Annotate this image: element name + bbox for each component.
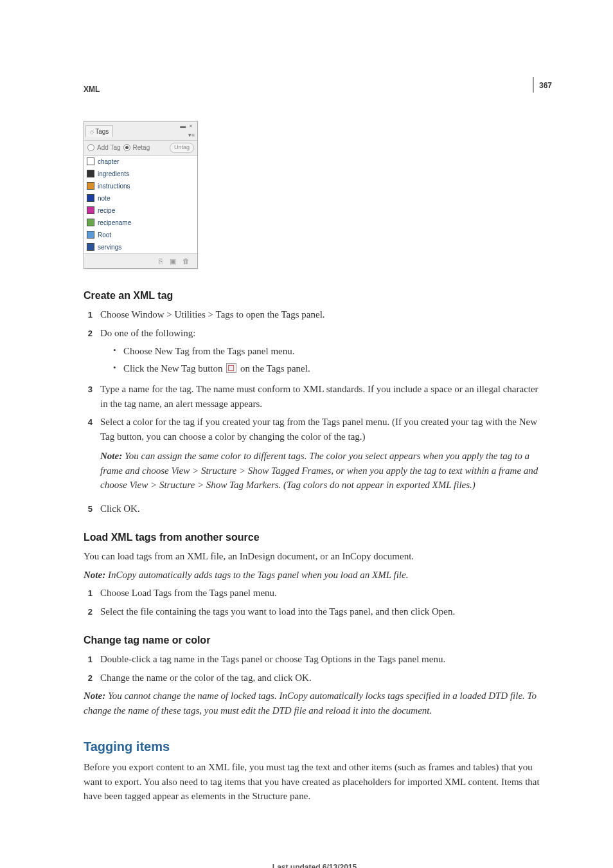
add-tag-label: Add Tag xyxy=(97,143,121,152)
footer-last-updated: Last updated 6/13/2015 xyxy=(84,862,546,869)
tag-label: ingredients xyxy=(98,169,129,179)
tags-panel: Tags ▬ × ▾≡ Add Tag Retag Untag chapter … xyxy=(84,121,198,269)
heading-change-tag: Change tag name or color xyxy=(84,633,546,648)
step-number: 2 xyxy=(84,604,93,619)
step-number: 1 xyxy=(84,652,93,666)
step-text: Choose Load Tags from the Tags panel men… xyxy=(100,586,546,601)
tag-label: note xyxy=(98,194,110,203)
heading-tagging-items: Tagging items xyxy=(84,737,546,756)
page-number: 367 xyxy=(533,77,552,93)
new-tag-icon[interactable]: ▣ xyxy=(170,256,176,267)
tag-swatch-icon xyxy=(87,231,94,239)
tag-swatch-icon xyxy=(87,219,94,226)
tag-row[interactable]: ingredients xyxy=(84,168,197,180)
load-tags-icon[interactable]: ⎘ xyxy=(159,256,163,267)
tag-row[interactable]: chapter xyxy=(84,156,197,168)
step-text: Do one of the following: xyxy=(100,326,546,341)
tag-row[interactable]: servings xyxy=(84,241,197,253)
tag-label: servings xyxy=(98,242,121,252)
step-number: 3 xyxy=(84,382,93,396)
tag-row[interactable]: Root xyxy=(84,229,197,241)
step-text: Change the name or the color of the tag,… xyxy=(100,671,546,685)
tag-label: recipename xyxy=(98,218,131,228)
bullet-item: Choose New Tag from the Tags panel menu. xyxy=(113,344,546,359)
retag-radio[interactable] xyxy=(123,144,130,151)
step-number: 1 xyxy=(84,586,93,600)
tag-label: recipe xyxy=(98,206,115,215)
heading-create-xml-tag: Create an XML tag xyxy=(84,288,546,303)
panel-window-controls[interactable]: ▬ × ▾≡ xyxy=(180,122,196,140)
tag-swatch-icon xyxy=(87,206,94,214)
tag-label: Root xyxy=(98,230,111,240)
breadcrumb: XML xyxy=(84,84,546,95)
note-block: Note: You can assign the same color to d… xyxy=(100,449,546,493)
tag-swatch-icon xyxy=(87,243,94,251)
tag-row[interactable]: instructions xyxy=(84,180,197,192)
tag-swatch-icon xyxy=(87,170,94,177)
step-text: Type a name for the tag. The name must c… xyxy=(100,382,546,411)
tag-swatch-icon xyxy=(87,158,94,165)
heading-load-xml-tags: Load XML tags from another source xyxy=(84,530,546,545)
step-number: 2 xyxy=(84,326,93,340)
add-tag-radio[interactable] xyxy=(87,144,94,151)
retag-label: Retag xyxy=(133,143,150,152)
tag-swatch-icon xyxy=(87,182,94,190)
note-block: Note: You cannot change the name of lock… xyxy=(84,689,546,718)
step-number: 2 xyxy=(84,671,93,685)
step-text: Click OK. xyxy=(100,502,546,516)
tag-row[interactable]: recipe xyxy=(84,204,197,217)
note-block: Note: InCopy automatically adds tags to … xyxy=(84,568,546,583)
paragraph: Before you export content to an XML file… xyxy=(84,760,546,804)
step-text: Select the file containing the tags you … xyxy=(100,604,546,619)
paragraph: You can load tags from an XML file, an I… xyxy=(84,549,546,564)
bullet-item: Click the New Tag button on the Tags pan… xyxy=(113,361,546,376)
step-number: 4 xyxy=(84,415,93,429)
step-number: 1 xyxy=(84,307,93,321)
tag-label: chapter xyxy=(98,157,119,167)
step-text: Choose Window > Utilities > Tags to open… xyxy=(100,307,546,322)
delete-tag-icon[interactable]: 🗑 xyxy=(182,256,190,267)
tag-row[interactable]: note xyxy=(84,192,197,204)
tag-label: instructions xyxy=(98,181,130,191)
tag-list: chapter ingredients instructions note re… xyxy=(84,156,197,253)
step-text: Double-click a tag name in the Tags pane… xyxy=(100,652,546,667)
tags-panel-tab[interactable]: Tags xyxy=(85,125,113,137)
tag-row[interactable]: recipename xyxy=(84,217,197,229)
step-text: Select a color for the tag if you create… xyxy=(100,415,546,444)
new-tag-inline-icon xyxy=(226,363,236,373)
step-number: 5 xyxy=(84,502,93,516)
tag-swatch-icon xyxy=(87,194,94,202)
untag-button[interactable]: Untag xyxy=(170,143,194,153)
